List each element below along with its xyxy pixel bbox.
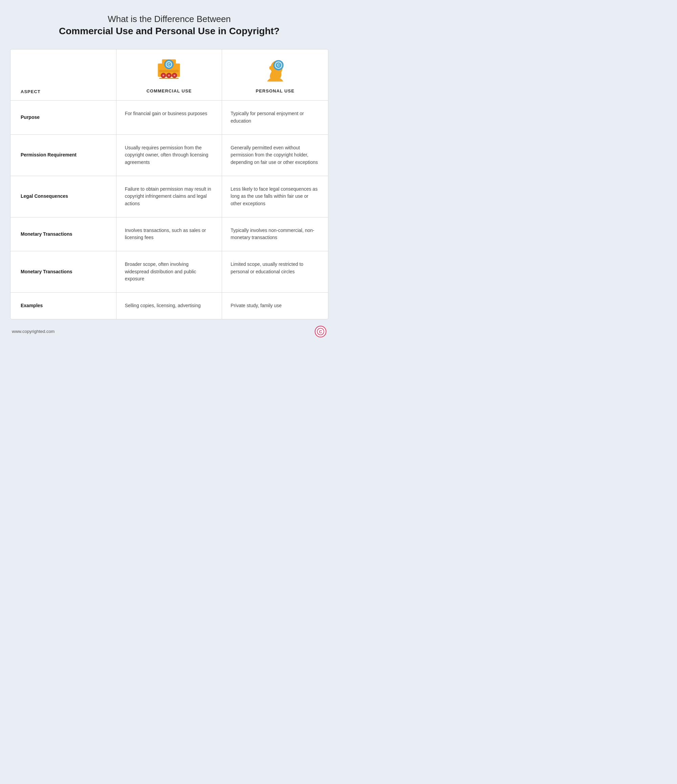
svg-text:C: C: [277, 63, 279, 67]
svg-point-10: [168, 75, 170, 76]
personal-column-label: PERSONAL USE: [256, 89, 294, 93]
comparison-table: ASPECT C: [10, 49, 328, 319]
commercial-cell: Involves transactions, such as sales or …: [116, 218, 222, 251]
aspect-cell: Purpose: [11, 101, 116, 134]
commercial-cell: Usually requires permission from the cop…: [116, 135, 222, 176]
table-row: PurposeFor financial gain or business pu…: [11, 101, 328, 134]
svg-rect-5: [160, 70, 179, 73]
svg-rect-12: [160, 78, 179, 79]
footer: www.copyrighted.com C: [10, 325, 328, 338]
aspect-cell: Monetary Transactions: [11, 218, 116, 251]
personal-cell: Generally permitted even without permiss…: [222, 135, 328, 176]
svg-text:C: C: [319, 329, 322, 334]
svg-text:C: C: [168, 62, 171, 66]
aspect-cell: Examples: [11, 292, 116, 319]
footer-logo-icon: C: [314, 325, 327, 338]
commercial-cell: For financial gain or business purposes: [116, 101, 222, 134]
commercial-cell: Selling copies, licensing, advertising: [116, 292, 222, 319]
commercial-cell: Broader scope, often involving widesprea…: [116, 251, 222, 292]
title-line2: Commercial Use and Personal Use in Copyr…: [59, 25, 279, 37]
aspect-column-label: ASPECT: [21, 89, 40, 94]
aspect-header-cell: ASPECT: [11, 50, 116, 100]
aspect-cell: Legal Consequences: [11, 176, 116, 217]
title-section: What is the Difference Between Commercia…: [59, 14, 279, 37]
table-row: Legal ConsequencesFailure to obtain perm…: [11, 176, 328, 218]
commercial-column-label: COMMERCIAL USE: [147, 89, 192, 93]
svg-rect-19: [269, 82, 282, 82]
aspect-cell: Monetary Transactions: [11, 251, 116, 292]
table-header: ASPECT C: [11, 50, 328, 101]
personal-cell: Typically involves non-commercial, non-m…: [222, 218, 328, 251]
svg-point-15: [269, 66, 272, 70]
aspect-cell: Permission Requirement: [11, 135, 116, 176]
commercial-icon: C: [154, 56, 184, 83]
footer-url: www.copyrighted.com: [12, 329, 54, 334]
personal-cell: Less likely to face legal consequences a…: [222, 176, 328, 217]
commercial-cell: Failure to obtain permission may result …: [116, 176, 222, 217]
personal-icon: C: [262, 56, 289, 83]
personal-header-cell: C PERSONAL USE: [222, 50, 328, 100]
svg-point-11: [174, 75, 175, 76]
table-row: ExamplesSelling copies, licensing, adver…: [11, 292, 328, 319]
table-row: Permission RequirementUsually requires p…: [11, 135, 328, 176]
svg-point-9: [163, 75, 165, 76]
personal-cell: Private study, family use: [222, 292, 328, 319]
table-row: Monetary TransactionsBroader scope, ofte…: [11, 251, 328, 292]
personal-cell: Limited scope, usually restricted to per…: [222, 251, 328, 292]
title-line1: What is the Difference Between: [59, 14, 279, 25]
table-row: Monetary TransactionsInvolves transactio…: [11, 218, 328, 251]
personal-cell: Typically for personal enjoyment or educ…: [222, 101, 328, 134]
commercial-header-cell: C COMMERCIAL USE: [116, 50, 222, 100]
table-body: PurposeFor financial gain or business pu…: [11, 101, 328, 319]
